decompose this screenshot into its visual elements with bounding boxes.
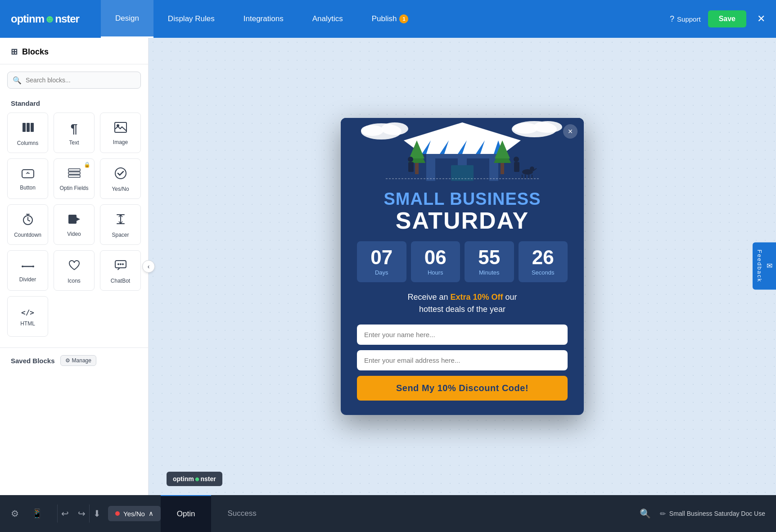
cta-button[interactable]: Send My 10% Discount Code! <box>357 376 568 401</box>
tab-success[interactable]: Success <box>211 495 272 532</box>
block-item-yes-no[interactable]: Yes/No <box>100 158 141 199</box>
countdown-grid: 07 Days 06 Hours 55 Minutes 26 Seconds <box>357 241 568 282</box>
block-label-yes-no: Yes/No <box>112 186 129 192</box>
block-item-video[interactable]: Video <box>54 204 95 245</box>
svg-point-44 <box>514 157 519 162</box>
import-icon[interactable]: ⬇ <box>93 508 101 519</box>
collapse-sidebar-button[interactable]: ‹ <box>142 260 155 273</box>
edit-icon: ✏ <box>660 509 666 518</box>
email-input[interactable] <box>357 350 568 370</box>
nav-tab-analytics[interactable]: Analytics <box>298 0 357 38</box>
svg-point-23 <box>533 121 562 133</box>
search-icon: 🔍 <box>13 76 22 85</box>
lock-icon: 🔒 <box>84 162 90 168</box>
popup-highlight: Extra 10% Off <box>451 293 503 302</box>
block-item-divider[interactable]: Divider <box>7 250 48 291</box>
gear-icon: ⚙ <box>65 357 70 364</box>
saved-blocks-label: Saved Blocks <box>11 357 55 365</box>
optin-fields-icon <box>68 168 81 181</box>
block-item-columns[interactable]: Columns <box>7 113 48 153</box>
svg-rect-1 <box>27 123 30 132</box>
nav-tab-publish[interactable]: Publish 1 <box>357 0 423 38</box>
block-label-chatbot: ChatBot <box>111 278 130 284</box>
block-label-icons: Icons <box>68 278 81 284</box>
view-tabs: Optin Success <box>161 495 273 532</box>
nav-tab-design[interactable]: Design <box>101 0 153 38</box>
block-item-chatbot[interactable]: ChatBot <box>100 250 141 291</box>
divider-icon <box>22 260 34 273</box>
countdown-seconds-num: 26 <box>522 248 564 267</box>
svg-point-17 <box>122 263 124 265</box>
publish-badge: 1 <box>399 14 408 23</box>
svg-point-9 <box>115 168 126 179</box>
yes-no-toggle[interactable]: Yes/No ∧ <box>108 506 161 521</box>
sidebar-header: ⊞ Blocks <box>0 38 148 64</box>
svg-rect-6 <box>68 169 80 171</box>
block-label-optin-fields: Optin Fields <box>59 185 88 191</box>
tab-optin[interactable]: Optin <box>161 495 212 532</box>
feedback-icon: ✉ <box>767 262 772 271</box>
nav-tab-integrations[interactable]: Integrations <box>229 0 298 38</box>
block-item-icons[interactable]: Icons <box>54 250 95 291</box>
canvas: × <box>149 38 776 495</box>
popup-body: SMALL BUSINESS SATURDAY 07 Days 06 Hours… <box>341 181 584 415</box>
svg-rect-8 <box>68 175 80 177</box>
popup-title: SMALL BUSINESS SATURDAY <box>357 190 568 232</box>
logo: optinm☻nster <box>11 13 79 25</box>
popup-close-button[interactable]: × <box>563 124 577 139</box>
svg-point-12 <box>22 266 23 267</box>
svg-point-24 <box>513 123 538 134</box>
redo-icon[interactable]: ↪ <box>78 508 86 519</box>
bottom-tools: ⚙ 📱 <box>11 508 43 519</box>
save-button[interactable]: Save <box>708 10 746 27</box>
svg-rect-0 <box>23 123 26 132</box>
settings-icon[interactable]: ⚙ <box>11 508 19 519</box>
countdown-minutes-unit: Minutes <box>468 269 510 276</box>
block-item-countdown[interactable]: Countdown <box>7 204 48 245</box>
block-item-text[interactable]: ¶ Text <box>54 113 95 153</box>
mobile-icon[interactable]: 📱 <box>32 508 43 519</box>
feedback-tab[interactable]: ✉ Feedback <box>753 242 776 289</box>
bottom-bar: ⚙ 📱 ↩ ↪ ⬇ Yes/No ∧ Optin Success 🔍 ✏ Sma… <box>0 495 776 532</box>
block-label-text: Text <box>69 140 79 146</box>
html-icon: </> <box>21 308 34 317</box>
block-item-spacer[interactable]: Spacer <box>100 204 141 245</box>
search-input[interactable] <box>7 72 141 89</box>
feedback-label: Feedback <box>756 249 763 282</box>
close-button[interactable]: ✕ <box>757 13 765 25</box>
block-item-html[interactable]: </> HTML <box>7 296 48 337</box>
block-item-button[interactable]: Button <box>7 158 48 199</box>
text-icon: ¶ <box>71 122 78 136</box>
block-item-image[interactable]: Image <box>100 113 141 153</box>
block-label-image: Image <box>113 139 128 145</box>
svg-rect-5 <box>22 170 34 178</box>
svg-point-15 <box>117 263 119 265</box>
countdown-hours-unit: Hours <box>415 269 457 276</box>
countdown-icon <box>22 213 34 228</box>
yes-no-status-dot <box>115 511 120 516</box>
yes-no-icon <box>114 167 127 182</box>
countdown-hours-num: 06 <box>415 248 457 267</box>
support-button[interactable]: ? Support <box>670 14 701 24</box>
block-label-columns: Columns <box>17 140 38 146</box>
block-label-countdown: Countdown <box>14 232 41 238</box>
bottom-right: 🔍 ✏ Small Business Saturday Doc Use <box>640 508 765 519</box>
video-icon <box>68 214 81 227</box>
countdown-days: 07 Days <box>357 241 406 282</box>
nav-tabs: Design Display Rules Integrations Analyt… <box>101 0 670 38</box>
blocks-grid: Columns ¶ Text Image Button <box>0 113 148 344</box>
name-input[interactable] <box>357 325 568 345</box>
block-label-html: HTML <box>20 320 35 327</box>
popup-title-line1: SMALL BUSINESS <box>357 190 568 209</box>
doc-name: Small Business Saturday Doc Use <box>669 510 765 517</box>
manage-button[interactable]: ⚙ Manage <box>60 355 96 366</box>
chevron-up-icon: ∧ <box>149 509 153 518</box>
separator-1 <box>57 505 58 523</box>
block-item-optin-fields[interactable]: 🔒 Optin Fields <box>54 158 95 199</box>
search-bottom-icon[interactable]: 🔍 <box>640 508 651 519</box>
nav-tab-display-rules[interactable]: Display Rules <box>153 0 229 38</box>
svg-rect-45 <box>514 162 519 172</box>
countdown-seconds: 26 Seconds <box>519 241 568 282</box>
undo-icon[interactable]: ↩ <box>61 508 69 519</box>
countdown-hours: 06 Hours <box>411 241 460 282</box>
